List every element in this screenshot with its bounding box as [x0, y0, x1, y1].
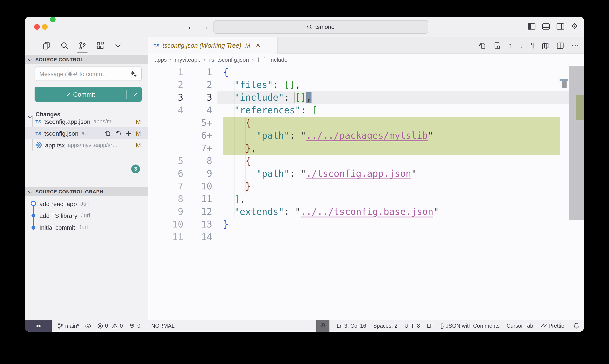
cloud-upload-icon	[85, 323, 91, 329]
error-icon	[97, 323, 103, 329]
copilot-sparkle-icon[interactable]	[130, 70, 137, 77]
path-link[interactable]: ../../packages/mytslib	[306, 130, 428, 141]
activity-bar	[25, 37, 148, 54]
typescript-file-icon: TS	[154, 43, 159, 48]
problems-indicator[interactable]: 0 0	[97, 323, 123, 329]
typescript-file-icon: TS	[35, 130, 41, 136]
breadcrumb-item[interactable]: apps	[155, 56, 167, 63]
typescript-file-icon: TS	[208, 57, 214, 62]
discard-changes-icon[interactable]	[115, 130, 121, 136]
code-line: 811 ],	[148, 193, 584, 206]
breadcrumb-item[interactable]: myviteapp	[175, 56, 201, 63]
vscode-window: ← → tsmono ⚙	[25, 17, 584, 332]
graph-commit-row[interactable]: Initial commit Juri	[25, 221, 148, 233]
zoom-window-button[interactable]	[50, 17, 56, 22]
toggle-secondary-sidebar-icon[interactable]	[557, 23, 564, 29]
tab-tsconfig-json-working-tree[interactable]: TS tsconfig.json (Working Tree) M ×	[148, 37, 278, 54]
indentation-indicator[interactable]: Spaces: 2	[373, 323, 398, 329]
vim-block-cursor: ,	[306, 92, 311, 103]
branch-indicator[interactable]: main*	[57, 323, 79, 329]
commit-message: add TS library	[39, 212, 78, 219]
minimize-window-button[interactable]	[42, 24, 48, 30]
formatter-indicator[interactable]: ✓✓Prettier	[540, 323, 566, 329]
compare-file-icon[interactable]	[494, 42, 501, 49]
next-change-icon[interactable]: ↓	[519, 42, 523, 49]
changed-file-row-selected[interactable]: TS tsconfig.json a… M	[25, 127, 148, 139]
git-status-modified: M	[136, 142, 141, 149]
graph-commit-row[interactable]: add TS library Juri	[25, 209, 148, 221]
source-control-graph-section-header[interactable]: SOURCE CONTROL GRAPH	[25, 187, 148, 196]
sync-changes-button[interactable]	[85, 323, 91, 329]
search-view-icon[interactable]	[60, 37, 69, 54]
path-link[interactable]: ../../tsconfig.base.json	[300, 207, 433, 217]
chevron-down-icon	[132, 91, 137, 96]
changed-file-row[interactable]: app.tsx apps/myviteapp/sr… M	[25, 139, 148, 151]
explorer-icon[interactable]	[42, 37, 51, 54]
commit-button-label: ✓ Commit	[35, 91, 127, 98]
render-whitespace-icon[interactable]: ¶	[531, 42, 534, 49]
language-mode-indicator[interactable]: {}JSON with Comments	[440, 323, 500, 329]
more-views-chevron-icon[interactable]	[114, 37, 122, 54]
code-line: 58 {	[148, 155, 584, 168]
code-line: 1114	[148, 231, 584, 244]
file-name: tsconfig.app.json	[44, 118, 90, 125]
notifications-bell-icon[interactable]	[573, 323, 580, 329]
breadcrumb-item[interactable]: tsconfig.json	[218, 56, 249, 63]
code-line: 11{	[148, 66, 584, 79]
typescript-file-icon: TS	[35, 119, 41, 124]
collapse-chevron-icon	[28, 189, 33, 194]
split-editor-icon[interactable]	[557, 42, 564, 49]
tab-close-icon[interactable]: ×	[256, 42, 260, 49]
vim-mode-indicator[interactable]: -- NORMAL --	[146, 323, 180, 329]
stage-changes-icon[interactable]	[126, 130, 132, 136]
cursor-position-indicator[interactable]: Ln 3, Col 16	[337, 323, 366, 329]
map-icon[interactable]	[542, 42, 549, 49]
open-changes-icon[interactable]	[479, 42, 486, 49]
breadcrumb[interactable]: apps › myviteapp › TS tsconfig.json › [ …	[155, 54, 287, 66]
tab-title: tsconfig.json (Working Tree)	[163, 42, 241, 49]
commit-dropdown-button[interactable]	[127, 90, 142, 99]
code-line-current: 33 "include": [],	[148, 91, 584, 104]
remote-indicator[interactable]: ><	[25, 320, 52, 332]
commit-button[interactable]: ✓ Commit	[35, 87, 142, 102]
navigate-back-button[interactable]: ←	[187, 20, 195, 33]
toggle-panel-icon[interactable]	[542, 23, 550, 29]
extensions-icon[interactable]	[96, 37, 104, 54]
code-line: 710 }	[148, 180, 584, 193]
screencast-zoom-indicator[interactable]	[317, 320, 330, 332]
source-control-view-icon[interactable]	[78, 37, 87, 54]
file-path: apps/myviteapp/sr…	[68, 142, 132, 148]
broadcast-icon	[129, 323, 136, 329]
code-area[interactable]: 11{ 22 "files": [], 33 "include": [], 44…	[148, 66, 584, 244]
title-bar: ← → tsmono ⚙	[25, 17, 584, 37]
editor-scrollbar[interactable]	[569, 66, 584, 220]
source-control-section-header[interactable]: SOURCE CONTROL	[25, 55, 148, 64]
tab-modified-badge: M	[245, 42, 250, 49]
tab-completion-indicator[interactable]: Cursor Tab	[507, 323, 533, 329]
changes-count-badge: 3	[131, 165, 140, 173]
code-line: 1013}	[148, 218, 584, 231]
settings-gear-icon[interactable]: ⚙	[571, 22, 578, 30]
breadcrumb-item[interactable]: include	[270, 56, 287, 63]
code-line-added: 7+ },	[148, 142, 584, 155]
close-window-button[interactable]	[34, 24, 40, 30]
previous-change-icon[interactable]: ↑	[509, 42, 512, 49]
breadcrumb-separator: ›	[170, 57, 171, 63]
graph-commit-row[interactable]: add react app Juri ◎	[25, 198, 148, 209]
path-link[interactable]: ./tsconfig.app.json	[306, 169, 411, 179]
more-actions-icon[interactable]: ···	[571, 42, 580, 49]
tab-bar: TS tsconfig.json (Working Tree) M × ↑ ↓ …	[148, 37, 584, 54]
command-center-search[interactable]: tsmono	[213, 20, 428, 34]
changed-file-row[interactable]: TS tsconfig.app.json apps/m… M	[25, 116, 148, 127]
editor-toolbar: ↑ ↓ ¶ ···	[479, 37, 580, 54]
commit-message-input[interactable]: Message (⌘↵ to comm…	[35, 66, 142, 81]
zoom-in-icon	[320, 323, 326, 329]
navigate-forward-button[interactable]: →	[201, 20, 209, 33]
ports-indicator[interactable]: 0	[129, 323, 141, 329]
encoding-indicator[interactable]: UTF-8	[404, 323, 420, 329]
toggle-sidebar-icon[interactable]	[528, 23, 535, 29]
eol-indicator[interactable]: LF	[427, 323, 433, 329]
git-status-modified: M	[136, 130, 141, 137]
commit-author: Juri	[78, 224, 88, 231]
open-file-icon[interactable]	[105, 130, 111, 136]
